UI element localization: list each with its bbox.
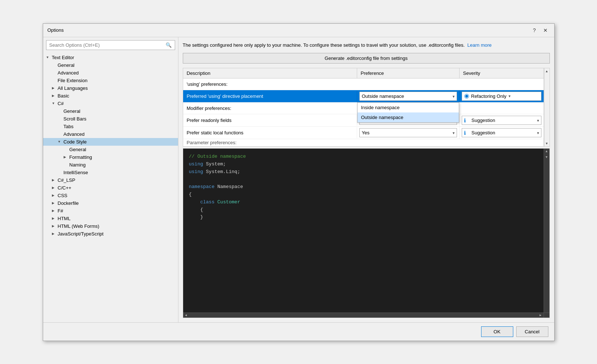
tree-root: ▼Text EditorGeneralAdvancedFile Extensio… bbox=[43, 54, 178, 238]
tree-item-csharp-general[interactable]: General bbox=[43, 107, 178, 115]
search-input[interactable] bbox=[46, 41, 163, 50]
code-blank-line bbox=[189, 176, 544, 183]
dropdown-option-outside[interactable]: Outside namespace bbox=[358, 112, 459, 122]
code-text: { bbox=[189, 207, 203, 212]
preference-select[interactable]: Outside namespace Inside namespace bbox=[359, 92, 457, 101]
tree-item-cpp[interactable]: ▶C/C++ bbox=[43, 184, 178, 192]
tree-item-scroll-bars[interactable]: Scroll Bars bbox=[43, 115, 178, 123]
tree-item-advanced-te[interactable]: Advanced bbox=[43, 69, 178, 77]
tree-item-advanced-cs[interactable]: Advanced bbox=[43, 130, 178, 138]
partial-description: Parameter preferences: bbox=[183, 140, 544, 145]
tree-item-html-webforms[interactable]: ▶HTML (Web Forms) bbox=[43, 222, 178, 230]
tree-label: All Languages bbox=[58, 85, 88, 91]
tree-item-csharp[interactable]: ▼C# bbox=[43, 100, 178, 107]
code-text: Namespace bbox=[215, 184, 243, 189]
severity-radio-label: Refactoring Only bbox=[471, 93, 507, 99]
code-hscroll-left[interactable]: ◀ bbox=[183, 313, 189, 317]
tree-arrow: ▶ bbox=[52, 94, 58, 97]
row-description: Prefer static local functions bbox=[183, 127, 357, 138]
table-row[interactable]: Prefer static local functions Yes No bbox=[183, 127, 544, 139]
keyword-namespace: namespace bbox=[189, 184, 215, 189]
tree-label: Code Style bbox=[64, 139, 87, 145]
table-row[interactable]: Preferred 'using' directive placement Ou… bbox=[183, 90, 544, 103]
tree-label: Advanced bbox=[58, 70, 79, 76]
scroll-down-arrow[interactable]: ▼ bbox=[544, 141, 549, 146]
code-line: } bbox=[189, 214, 544, 221]
dropdown-option-inside[interactable]: Inside namespace bbox=[358, 103, 459, 112]
tree-item-html[interactable]: ▶HTML bbox=[43, 215, 178, 222]
tree-item-cs-general[interactable]: General bbox=[43, 146, 178, 153]
scroll-up-arrow[interactable]: ▲ bbox=[544, 68, 549, 74]
row-description: Preferred 'using' directive placement bbox=[183, 91, 357, 102]
code-scroll-down[interactable]: ▼ bbox=[544, 154, 549, 160]
generate-editorconfig-button[interactable]: Generate .editorconfig file from setting… bbox=[183, 53, 550, 64]
severity-select[interactable]: Suggestion Warning Error None bbox=[462, 116, 541, 125]
table-scrollbar[interactable]: ▲ ▼ bbox=[544, 68, 550, 147]
tree-label: F# bbox=[58, 208, 63, 214]
row-severity[interactable]: Suggestion Warning Error None bbox=[460, 127, 544, 139]
tree-label: Basic bbox=[58, 93, 69, 99]
tree-arrow: ▶ bbox=[52, 201, 58, 205]
tree-label: Formatting bbox=[69, 154, 92, 160]
table-header: Description Preference Severity bbox=[183, 68, 544, 78]
comment-text: // Outside namespace bbox=[189, 154, 246, 159]
search-box: 🔍 bbox=[46, 40, 175, 50]
tree-label: CSS bbox=[58, 193, 68, 198]
tree-item-fsharp[interactable]: ▶F# bbox=[43, 207, 178, 215]
tree-label: General bbox=[69, 147, 86, 152]
row-preference[interactable]: Outside namespace Inside namespace Insid… bbox=[357, 90, 460, 102]
tree-label: Scroll Bars bbox=[64, 116, 87, 122]
cancel-button[interactable]: Cancel bbox=[516, 326, 548, 337]
tree-item-file-extension[interactable]: File Extension bbox=[43, 77, 178, 84]
tree-item-csharp-lsp[interactable]: ▶C#_LSP bbox=[43, 176, 178, 184]
tree-container: ▼Text EditorGeneralAdvancedFile Extensio… bbox=[43, 53, 178, 322]
tree-arrow: ▶ bbox=[52, 232, 58, 235]
help-button[interactable]: ? bbox=[531, 27, 538, 34]
close-button[interactable]: ✕ bbox=[541, 27, 550, 34]
learn-more-link[interactable]: Learn more bbox=[467, 42, 491, 48]
code-scrollbar-horizontal[interactable]: ◀ ▶ bbox=[183, 313, 544, 318]
tree-item-intellisense[interactable]: IntelliSense bbox=[43, 169, 178, 176]
row-severity[interactable]: Suggestion Warning Error None bbox=[460, 114, 544, 126]
code-line: using System.Linq; bbox=[189, 168, 544, 176]
code-content: // Outside namespace using System; using… bbox=[183, 149, 549, 226]
tree-item-css[interactable]: ▶CSS bbox=[43, 192, 178, 199]
tree-item-naming[interactable]: Naming bbox=[43, 161, 178, 169]
ok-button[interactable]: OK bbox=[481, 326, 513, 337]
tree-arrow: ▼ bbox=[46, 55, 52, 59]
severity-radio[interactable] bbox=[464, 94, 469, 99]
code-line: namespace Namespace bbox=[189, 183, 544, 191]
table-body: 'using' preferences: Preferred 'using' d… bbox=[183, 78, 544, 146]
tree-label: IntelliSense bbox=[64, 170, 88, 175]
tree-item-text-editor[interactable]: ▼Text Editor bbox=[43, 54, 178, 61]
code-scrollbar-right[interactable]: ▲ ▼ bbox=[544, 149, 549, 313]
tree-item-formatting[interactable]: ▶Formatting bbox=[43, 153, 178, 161]
row-description: Prefer readonly fields bbox=[183, 115, 357, 126]
search-icon-button[interactable]: 🔍 bbox=[163, 41, 175, 49]
tree-arrow: ▶ bbox=[52, 178, 58, 182]
title-bar: Options ? ✕ bbox=[43, 24, 554, 37]
row-severity[interactable]: Refactoring Only ▾ bbox=[460, 90, 544, 102]
header-description: Description bbox=[183, 68, 357, 78]
tree-item-tabs[interactable]: Tabs bbox=[43, 123, 178, 130]
code-text: { bbox=[189, 192, 192, 197]
tree-item-code-style[interactable]: ▼Code Style bbox=[43, 138, 178, 146]
preference-select[interactable]: Yes No bbox=[359, 128, 457, 137]
tree-arrow: ▼ bbox=[52, 101, 58, 105]
table-inner: Description Preference Severity 'using' … bbox=[183, 68, 544, 147]
code-hscroll-right[interactable]: ▶ bbox=[538, 313, 544, 317]
row-preference[interactable]: Yes No bbox=[357, 127, 460, 139]
tree-item-dockerfile[interactable]: ▶Dockerfile bbox=[43, 199, 178, 207]
tree-label: Tabs bbox=[64, 124, 73, 129]
code-scroll-up[interactable]: ▲ bbox=[544, 149, 549, 154]
table-area: Description Preference Severity 'using' … bbox=[183, 68, 550, 147]
tree-item-basic[interactable]: ▶Basic bbox=[43, 92, 178, 100]
tree-item-general[interactable]: General bbox=[43, 61, 178, 69]
tree-arrow: ▶ bbox=[52, 194, 58, 197]
tree-item-javascript[interactable]: ▶JavaScript/TypeScript bbox=[43, 230, 178, 238]
dialog-body: 🔍 ▼Text EditorGeneralAdvancedFile Extens… bbox=[43, 37, 554, 322]
tree-label: HTML bbox=[58, 216, 71, 221]
severity-select[interactable]: Suggestion Warning Error None bbox=[462, 128, 541, 137]
tree-item-all-languages[interactable]: ▶All Languages bbox=[43, 84, 178, 92]
code-text: System; bbox=[203, 161, 226, 167]
